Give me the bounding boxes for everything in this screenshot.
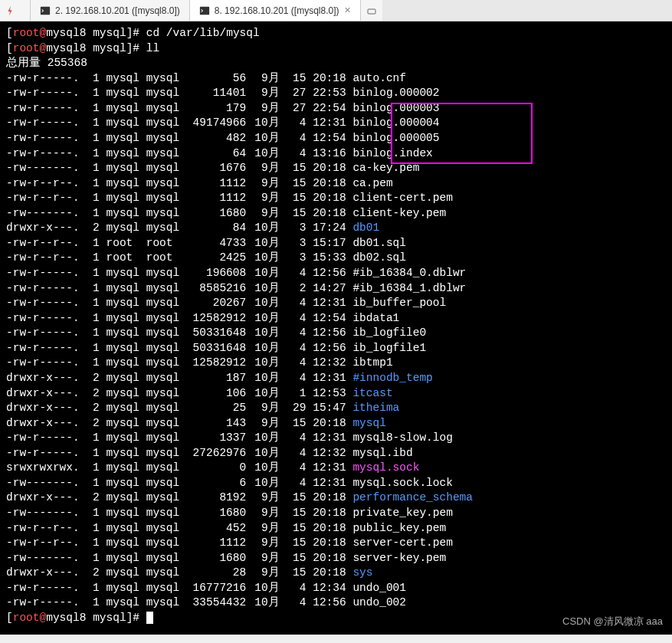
file-row: drwxr-x---.2 mysqlmysql289月1520:18sys xyxy=(6,566,666,581)
file-row: -rw-r--r--.1 root root 242510月315:33db02… xyxy=(6,251,666,266)
file-name: server-key.pem xyxy=(346,551,447,566)
file-name: ca.pem xyxy=(346,176,393,192)
terminal-output[interactable]: [root@mysql8 mysql]# cd /var/lib/mysql [… xyxy=(0,21,672,635)
file-name: client-key.pem xyxy=(346,206,447,221)
svg-rect-2 xyxy=(368,9,375,14)
file-row: -rw-------.1 mysqlmysql16809月1520:18priv… xyxy=(6,506,666,521)
file-row: -rw-r-----.1 mysqlmysql1258291210月412:32… xyxy=(6,356,666,371)
file-row: drwxr-x---.2 mysqlmysql8410月317:24db01 xyxy=(6,221,666,236)
file-name: mysql.sock xyxy=(346,461,420,476)
file-name: itcast xyxy=(346,386,393,402)
tab-item[interactable] xyxy=(0,0,31,21)
file-row: -rw-r-----.1 mysqlmysql133710月412:31mysq… xyxy=(6,431,666,446)
file-name: mysql.sock.lock xyxy=(346,476,453,491)
file-row: -rw-r-----.1 mysqlmysql858521610月214:27#… xyxy=(6,281,666,297)
file-row: -rw-r-----.1 mysqlmysql48210月412:54binlo… xyxy=(6,131,666,146)
file-row: -rw-r-----.1 mysqlmysql1258291210月412:54… xyxy=(6,311,666,326)
file-name: mysql.ibd xyxy=(346,446,413,461)
file-row: drwxr-x---.2 mysqlmysql18710月412:31#inno… xyxy=(6,371,666,386)
file-row: -rw-r-----.1 mysqlmysql2026710月412:31ib_… xyxy=(6,296,666,311)
file-name: sys xyxy=(346,566,373,581)
file-row: -rw-r-----.1 mysqlmysql2726297610月412:32… xyxy=(6,446,666,461)
file-name: ib_logfile0 xyxy=(346,326,426,341)
file-name: server-cert.pem xyxy=(346,536,453,551)
file-name: binlog.000003 xyxy=(346,101,440,116)
file-name: mysql8-slow.log xyxy=(346,431,453,446)
tab-bar: 2. 192.168.10.201 ([mysql8.0]) 8. 192.16… xyxy=(0,0,672,21)
file-row: -rw-r-----.1 mysqlmysql1677721610月412:34… xyxy=(6,581,666,596)
file-name: public_key.pem xyxy=(346,521,447,536)
file-row: -rw-r--r--.1 mysqlmysql11129月1520:18ca.p… xyxy=(6,176,666,192)
lightning-icon xyxy=(5,5,15,16)
file-name: private_key.pem xyxy=(346,506,453,521)
file-name: ib_logfile1 xyxy=(346,341,426,356)
file-row: drwxr-x---.2 mysqlmysql1439月1520:18mysql xyxy=(6,416,666,431)
file-name: auto.cnf xyxy=(346,71,406,87)
tab-label: 2. 192.168.10.201 ([mysql8.0]) xyxy=(55,5,180,16)
file-name: db01.sql xyxy=(346,236,406,251)
file-row: drwxr-x---.2 mysqlmysql81929月1520:18perf… xyxy=(6,490,666,506)
file-name: mysql xyxy=(346,416,386,431)
total-line: 总用量 255368 xyxy=(6,56,666,71)
file-row: -rw-r-----.1 mysqlmysql5033164810月412:56… xyxy=(6,341,666,356)
file-name: undo_001 xyxy=(346,581,406,596)
file-row: -rw-r-----.1 mysqlmysql569月1520:18auto.c… xyxy=(6,71,666,87)
prompt-line: [root@mysql8 mysql]# ll xyxy=(6,41,666,57)
file-listing: -rw-r-----.1 mysqlmysql569月1520:18auto.c… xyxy=(6,71,666,611)
file-name: db01 xyxy=(346,221,380,236)
file-name: #ib_16384_0.dblwr xyxy=(346,266,467,281)
file-row: -rw-------.1 mysqlmysql16769月1520:18ca-k… xyxy=(6,161,666,176)
file-name: performance_schema xyxy=(346,490,473,506)
file-row: srwxrwxrwx.1 mysqlmysql010月412:31mysql.s… xyxy=(6,461,666,476)
file-row: -rw-r-----.1 mysqlmysql6410月413:16binlog… xyxy=(6,146,666,162)
file-row: -rw-r-----.1 mysqlmysql1799月2722:54binlo… xyxy=(6,101,666,116)
file-name: client-cert.pem xyxy=(346,191,453,206)
file-row: -rw-------.1 mysqlmysql16809月1520:18clie… xyxy=(6,206,666,221)
file-name: ibdata1 xyxy=(346,311,400,326)
file-row: -rw-r--r--.1 mysqlmysql11129月1520:18serv… xyxy=(6,536,666,551)
file-name: binlog.000002 xyxy=(346,86,440,101)
file-name: binlog.000005 xyxy=(346,131,440,146)
cursor xyxy=(146,612,153,624)
close-icon[interactable]: ✕ xyxy=(344,5,351,15)
file-name: #ib_16384_1.dblwr xyxy=(346,281,467,297)
file-row: -rw-------.1 mysqlmysql610月412:31mysql.s… xyxy=(6,476,666,491)
tab-label: 8. 192.168.10.201 ([mysql8.0]) xyxy=(215,5,339,16)
file-row: drwxr-x---.2 mysqlmysql10610月112:53itcas… xyxy=(6,386,666,402)
svg-rect-0 xyxy=(41,6,50,15)
file-name: #innodb_temp xyxy=(346,371,433,386)
terminal-icon xyxy=(199,5,210,16)
file-name: ca-key.pem xyxy=(346,161,420,176)
file-row: -rw-r--r--.1 mysqlmysql4529月1520:18publi… xyxy=(6,521,666,536)
prompt-line: [root@mysql8 mysql]# cd /var/lib/mysql xyxy=(6,26,666,41)
tab-add-button[interactable] xyxy=(361,0,382,21)
file-row: -rw-r-----.1 mysqlmysql5033164810月412:56… xyxy=(6,326,666,341)
file-row: -rw-r--r--.1 root root 473310月315:17db01… xyxy=(6,236,666,251)
file-name: ibtmp1 xyxy=(346,356,393,371)
file-name: binlog.000004 xyxy=(346,116,440,131)
file-row: -rw-r-----.1 mysqlmysql19660810月412:56#i… xyxy=(6,266,666,281)
tab-item[interactable]: 2. 192.168.10.201 ([mysql8.0]) xyxy=(31,0,190,21)
terminal-icon xyxy=(40,5,51,16)
file-name: ib_buffer_pool xyxy=(346,296,447,311)
file-row: -rw-r-----.1 mysqlmysql114019月2722:53bin… xyxy=(6,86,666,101)
file-row: -rw-------.1 mysqlmysql16809月1520:18serv… xyxy=(6,551,666,566)
file-row: -rw-r-----.1 mysqlmysql3355443210月412:56… xyxy=(6,595,666,611)
file-name: binlog.index xyxy=(346,146,433,162)
file-name: undo_002 xyxy=(346,595,406,611)
file-name: db02.sql xyxy=(346,251,406,266)
tab-item-active[interactable]: 8. 192.168.10.201 ([mysql8.0]) ✕ xyxy=(190,0,361,21)
file-name: itheima xyxy=(346,401,400,416)
watermark: CSDN @清风微凉 aaa xyxy=(562,615,663,628)
svg-rect-1 xyxy=(200,6,209,15)
file-row: drwxr-x---.2 mysqlmysql259月2915:47itheim… xyxy=(6,401,666,416)
file-row: -rw-r-----.1 mysqlmysql4917496610月412:31… xyxy=(6,116,666,131)
file-row: -rw-r--r--.1 mysqlmysql11129月1520:18clie… xyxy=(6,191,666,206)
